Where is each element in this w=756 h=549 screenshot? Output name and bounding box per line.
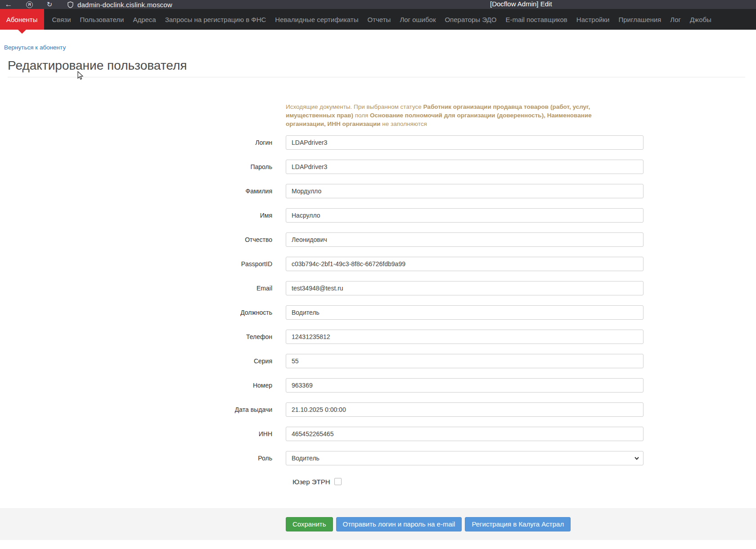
field-passport-id-control [286, 257, 644, 271]
warning-text: Исходящие документы. При выбранном стату… [286, 103, 603, 128]
form-row: Серия [0, 354, 756, 368]
field-phone-input[interactable] [286, 330, 644, 344]
form-row: Должность [0, 305, 756, 320]
main-nav: АбонентыСвязиПользователиАдресаЗапросы н… [0, 9, 756, 30]
nav-item-nastroyki[interactable]: Настройки [572, 9, 614, 30]
footer-band: Сохранить Отправить логин и пароль на e-… [0, 508, 756, 540]
field-patronymic-input[interactable] [286, 232, 644, 247]
form-row: Логин [0, 135, 756, 150]
etrn-checkbox-row: Юзер ЭТРН [292, 477, 756, 486]
nav-item-log[interactable]: Лог [666, 9, 685, 30]
warning-segment: Исходящие документы. При выбранном стату… [286, 103, 423, 110]
back-to-subscriber-link[interactable]: Вернуться к абоненту [4, 44, 66, 51]
form-row: Фамилия [0, 184, 756, 198]
field-surname-label: Фамилия [0, 187, 272, 195]
main-content: Вернуться к абоненту Редактирование поль… [0, 30, 756, 486]
field-email-input[interactable] [286, 281, 644, 295]
nav-item-email-postavshchikov[interactable]: E-mail поставщиков [501, 9, 572, 30]
nav-item-polzovateli[interactable]: Пользователи [76, 9, 129, 30]
field-email-label: Email [0, 285, 272, 292]
form-row: PassportID [0, 257, 756, 271]
form-row: ИНН [0, 427, 756, 441]
field-number-control [286, 378, 644, 393]
field-position-label: Должность [0, 309, 272, 316]
field-passport-id-label: PassportID [0, 260, 272, 268]
field-phone-control [286, 330, 644, 344]
field-inn-input[interactable] [286, 427, 644, 441]
form-row: Пароль [0, 160, 756, 174]
etrn-checkbox-label: Юзер ЭТРН [292, 478, 330, 486]
nav-item-abonenty[interactable]: Абоненты [0, 9, 44, 30]
form-row: Номер [0, 378, 756, 393]
field-issue-date-input[interactable] [286, 402, 644, 417]
nav-item-adresa[interactable]: Адреса [128, 9, 160, 30]
nav-item-svyazi[interactable]: Связи [48, 9, 76, 30]
back-icon[interactable]: ← [2, 0, 15, 9]
field-login-input[interactable] [286, 135, 644, 150]
form-row: Отчество [0, 232, 756, 247]
warning-segment: поля [353, 112, 370, 119]
field-login-control [286, 135, 644, 150]
page-title: Редактирование пользователя [8, 58, 745, 77]
field-firstname-label: Имя [0, 212, 272, 219]
field-series-input[interactable] [286, 354, 644, 368]
nav-item-log-oshibok[interactable]: Лог ошибок [395, 9, 440, 30]
user-edit-form: Логин Пароль Фамилия Имя Отчество Passpo… [0, 135, 756, 465]
warning-segment: не заполняются [380, 121, 427, 127]
form-row: Дата выдачи [0, 402, 756, 417]
field-number-input[interactable] [286, 378, 644, 393]
reload-icon[interactable]: ↻ [45, 0, 54, 9]
field-role-control: Водитель [286, 451, 644, 465]
field-role-select[interactable]: Водитель [286, 451, 644, 465]
shield-icon[interactable] [68, 1, 73, 8]
url-text[interactable]: dadmin-doclink.cislink.moscow [77, 1, 172, 9]
field-surname-input[interactable] [286, 184, 644, 198]
field-series-label: Серия [0, 357, 272, 365]
browser-chrome: ← Я ↻ dadmin-doclink.cislink.moscow [Doc… [0, 0, 756, 9]
window-title: [Docflow Admin] Edit [490, 0, 552, 9]
send-credentials-button[interactable]: Отправить логин и пароль на e-mail [336, 517, 462, 531]
nav-item-dzhoby[interactable]: Джобы [685, 9, 716, 30]
field-number-label: Номер [0, 382, 272, 389]
form-row: Телефон [0, 330, 756, 344]
field-issue-date-label: Дата выдачи [0, 406, 272, 413]
field-patronymic-label: Отчество [0, 236, 272, 243]
field-inn-control [286, 427, 644, 441]
field-login-label: Логин [0, 139, 272, 146]
form-row: Имя [0, 208, 756, 223]
nav-item-nevalidnye-sertifikaty[interactable]: Невалидные сертификаты [270, 9, 363, 30]
field-password-input[interactable] [286, 160, 644, 174]
field-email-control [286, 281, 644, 295]
etrn-checkbox[interactable] [334, 478, 342, 485]
field-role-label: Роль [0, 455, 272, 462]
field-position-control [286, 305, 644, 320]
nav-item-priglasheniya[interactable]: Приглашения [614, 9, 666, 30]
field-position-input[interactable] [286, 305, 644, 320]
field-firstname-input[interactable] [286, 208, 644, 223]
form-row: Email [0, 281, 756, 295]
save-button[interactable]: Сохранить [286, 517, 333, 531]
nav-item-operatory-edo[interactable]: Операторы ЭДО [440, 9, 501, 30]
field-password-label: Пароль [0, 163, 272, 170]
field-issue-date-control [286, 402, 644, 417]
field-password-control [286, 160, 644, 174]
field-firstname-control [286, 208, 644, 223]
field-inn-label: ИНН [0, 430, 272, 437]
field-surname-control [286, 184, 644, 198]
yandex-browser-icon[interactable]: Я [26, 1, 33, 8]
field-patronymic-control [286, 232, 644, 247]
field-passport-id-input[interactable] [286, 257, 644, 271]
screen: ← Я ↻ dadmin-doclink.cislink.moscow [Doc… [0, 0, 756, 549]
field-series-control [286, 354, 644, 368]
footer-buttons: Сохранить Отправить логин и пароль на e-… [286, 517, 571, 531]
form-row: Роль Водитель [0, 451, 756, 465]
field-phone-label: Телефон [0, 333, 272, 340]
nav-item-zaprosy-fns[interactable]: Запросы на регистрацию в ФНС [161, 9, 271, 30]
nav-item-otchety[interactable]: Отчеты [363, 9, 396, 30]
kaluga-astral-registration-button[interactable]: Регистрация в Калуга Астрал [465, 517, 571, 531]
